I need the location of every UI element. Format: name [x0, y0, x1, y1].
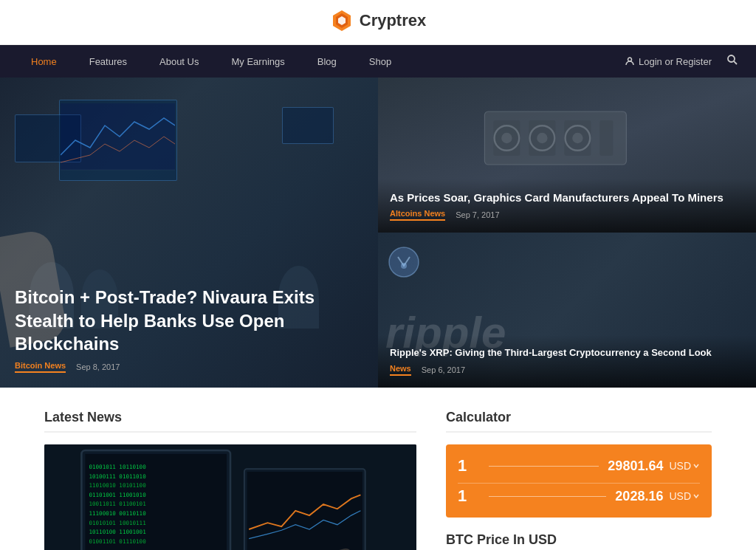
- top-right-overlay: As Prices Soar, Graphics Card Manufactur…: [378, 179, 756, 233]
- hero-mid-left-article[interactable]: ripple Ripple's XRP: Giving the Third-La…: [378, 233, 756, 388]
- sidebar: Calculator 1 29801.64 USD 1 2028.16: [446, 410, 712, 550]
- main-article-overlay: Bitcoin + Post-Trade? Nivaura Exits Stea…: [0, 271, 378, 388]
- svg-rect-12: [599, 120, 613, 156]
- calc-eth-row: 1 2028.16 USD: [458, 487, 700, 506]
- mid-left-title: Ripple's XRP: Giving the Third-Largest C…: [390, 347, 744, 360]
- svg-rect-40: [247, 472, 362, 550]
- calc-btc-amount: 1: [458, 456, 480, 475]
- nav-item-features[interactable]: Features: [73, 45, 143, 78]
- content-area: Latest News 01001011 10110100 10100111 0…: [0, 388, 756, 550]
- svg-point-16: [537, 133, 547, 143]
- user-icon: [625, 56, 635, 66]
- nav-item-home[interactable]: Home: [15, 45, 73, 78]
- calc-eth-currency[interactable]: USD: [669, 490, 700, 502]
- svg-point-20: [401, 263, 407, 269]
- latest-news-section: Latest News 01001011 10110100 10100111 0…: [44, 410, 416, 550]
- svg-text:10110100 11001001: 10110100 11001001: [89, 529, 146, 535]
- nav-item-about[interactable]: About Us: [143, 45, 215, 78]
- btc-price-title: BTC Price In USD: [446, 532, 712, 550]
- hero-main-article[interactable]: Bitcoin + Post-Trade? Nivaura Exits Stea…: [0, 78, 378, 388]
- svg-point-18: [572, 133, 583, 143]
- nav-items: Home Features About Us My Earnings Blog …: [15, 45, 625, 78]
- calc-eth-value: 2028.16: [615, 489, 663, 504]
- logo-icon: [330, 9, 354, 32]
- mid-left-category: News: [390, 364, 411, 376]
- mid-left-meta: News Sep 6, 2017: [390, 364, 744, 376]
- main-article-title: Bitcoin + Post-Trade? Nivaura Exits Stea…: [15, 286, 363, 355]
- nav-link-home[interactable]: Home: [15, 45, 73, 78]
- hero-grid: Bitcoin + Post-Trade? Nivaura Exits Stea…: [0, 78, 756, 388]
- main-article-meta: Bitcoin News Sep 8, 2017: [15, 361, 363, 373]
- svg-text:01010101 10010111: 01010101 10010111: [89, 520, 146, 526]
- svg-point-19: [389, 247, 419, 277]
- svg-text:01001101 01110100: 01001101 01110100: [89, 538, 146, 545]
- svg-rect-7: [61, 103, 175, 170]
- calc-btc-row: 1 29801.64 USD: [458, 456, 700, 475]
- svg-text:11100010 00110110: 11100010 00110110: [89, 510, 146, 517]
- svg-line-5: [734, 61, 737, 64]
- svg-text:11010010 10101100: 11010010 10101100: [89, 482, 146, 489]
- logo-text: Cryptrex: [360, 11, 426, 30]
- search-button[interactable]: [724, 51, 741, 72]
- svg-text:10100111 01011010: 10100111 01011010: [89, 473, 146, 480]
- nav-link-shop[interactable]: Shop: [353, 45, 408, 78]
- top-right-date: Sep 7, 2017: [456, 210, 499, 219]
- calc-btc-currency[interactable]: USD: [669, 460, 700, 472]
- svg-text:01001011 10110100: 01001011 10110100: [89, 464, 146, 470]
- svg-text:01101001 11001010: 01101001 11001010: [89, 492, 146, 498]
- calc-btc-value: 29801.64: [608, 458, 663, 474]
- news-featured-image[interactable]: 01001011 10110100 10100111 01011010 1101…: [44, 444, 416, 550]
- search-icon: [726, 54, 738, 66]
- main-nav: Home Features About Us My Earnings Blog …: [0, 45, 756, 78]
- top-right-category: Altcoins News: [390, 209, 445, 221]
- nav-item-earnings[interactable]: My Earnings: [215, 45, 300, 78]
- main-article-category: Bitcoin News: [15, 361, 66, 373]
- hero-top-right-article[interactable]: As Prices Soar, Graphics Card Manufactur…: [378, 78, 756, 233]
- screen-chart: [61, 103, 175, 181]
- news-image-svg: 01001011 10110100 10100111 01011010 1101…: [44, 444, 416, 550]
- svg-point-4: [728, 55, 735, 62]
- nav-item-blog[interactable]: Blog: [301, 45, 353, 78]
- nav-link-blog[interactable]: Blog: [301, 45, 353, 78]
- dropdown-icon-eth: [693, 492, 700, 500]
- mid-left-date: Sep 6, 2017: [422, 365, 465, 374]
- calc-eth-amount: 1: [458, 487, 480, 506]
- nav-link-features[interactable]: Features: [73, 45, 143, 78]
- latest-news-title: Latest News: [44, 410, 416, 433]
- login-link[interactable]: Login or Register: [625, 56, 712, 67]
- ripple-logo-deco: [385, 244, 422, 281]
- mid-left-overlay: Ripple's XRP: Giving the Third-Largest C…: [378, 335, 756, 388]
- dropdown-icon: [693, 462, 700, 470]
- nav-item-shop[interactable]: Shop: [353, 45, 408, 78]
- site-header: Cryptrex: [0, 0, 756, 45]
- top-right-meta: Altcoins News Sep 7, 2017: [390, 209, 744, 221]
- top-right-title: As Prices Soar, Graphics Card Manufactur…: [390, 190, 744, 205]
- nav-link-earnings[interactable]: My Earnings: [215, 45, 300, 78]
- main-article-date: Sep 8, 2017: [76, 362, 120, 371]
- nav-right: Login or Register: [625, 51, 741, 72]
- nav-link-about[interactable]: About Us: [143, 45, 215, 78]
- svg-point-14: [501, 133, 512, 143]
- calculator-box: 1 29801.64 USD 1 2028.16 USD: [446, 444, 712, 518]
- btc-price-section: BTC Price In USD 50,000 40,000 30,000 20…: [446, 532, 712, 550]
- calculator-title: Calculator: [446, 410, 712, 433]
- svg-text:10011011 01100101: 10011011 01100101: [89, 501, 146, 508]
- logo[interactable]: Cryptrex: [330, 9, 426, 32]
